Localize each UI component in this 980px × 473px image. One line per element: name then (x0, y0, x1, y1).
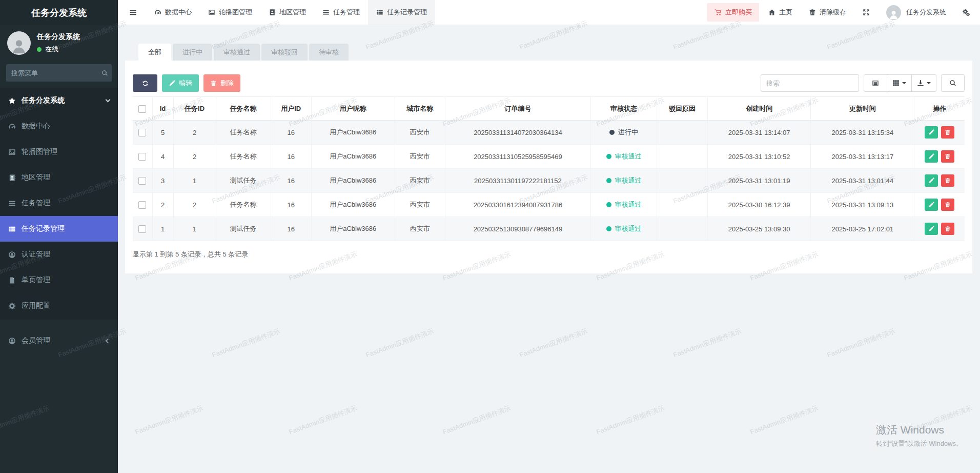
status-dot-icon (606, 178, 611, 183)
row-edit-button[interactable] (925, 150, 938, 163)
status-label: 审核通过 (615, 176, 642, 185)
row-checkbox[interactable] (138, 153, 146, 161)
row-checkbox[interactable] (138, 201, 146, 209)
topnav-item-轮播图管理[interactable]: 轮播图管理 (200, 0, 260, 25)
advanced-search-button[interactable] (941, 74, 965, 92)
tab-审核驳回[interactable]: 审核驳回 (261, 44, 308, 61)
sidebar-search (6, 64, 112, 82)
sidebar-item-认证管理[interactable]: 认证管理 (0, 242, 118, 267)
row-select-cell (133, 193, 152, 217)
column-header-用户昵称[interactable]: 用户昵称 (311, 97, 395, 121)
sidebar-item-地区管理[interactable]: 地区管理 (0, 165, 118, 190)
sidebar-item-轮播图管理[interactable]: 轮播图管理 (0, 139, 118, 165)
column-header-Id[interactable]: Id (152, 97, 173, 121)
row-actions-cell (914, 145, 965, 169)
topnav-item-地区管理[interactable]: 地区管理 (260, 0, 314, 25)
topnav-item-任务管理[interactable]: 任务管理 (314, 0, 368, 25)
sidebar-item-任务管理[interactable]: 任务管理 (0, 190, 118, 216)
fullscreen-button[interactable] (854, 0, 878, 25)
buy-now-button[interactable]: 立即购买 (707, 3, 759, 22)
row-edit-button[interactable] (925, 223, 938, 235)
column-header-审核状态[interactable]: 审核状态 (591, 97, 657, 121)
topnav-item-任务记录管理[interactable]: 任务记录管理 (368, 0, 435, 25)
sidebar-item-任务记录管理[interactable]: 任务记录管理 (0, 216, 118, 242)
table-row[interactable]: 22任务名称16用户aCbiw3686西安市202503301612394087… (133, 193, 965, 217)
refresh-button[interactable] (133, 74, 157, 92)
settings-button[interactable] (954, 0, 980, 25)
cell-task_id: 2 (173, 193, 216, 217)
sidebar-item-应用配置[interactable]: 应用配置 (0, 293, 118, 319)
cell-task_id: 1 (173, 169, 216, 193)
row-delete-button[interactable] (941, 174, 954, 187)
column-header-创建时间[interactable]: 创建时间 (708, 97, 811, 121)
status-dot-icon (606, 202, 611, 207)
cell-reject_reason (657, 217, 708, 241)
row-edit-button[interactable] (925, 199, 938, 211)
sidebar-submenu: 数据中心轮播图管理地区管理任务管理任务记录管理认证管理单页管理应用配置 (0, 113, 118, 319)
status-label: 审核通过 (615, 224, 642, 233)
sidebar-user-meta: 任务分发系统 在线 (37, 32, 80, 54)
topnav-item-label: 轮播图管理 (219, 8, 252, 17)
column-header-用户ID[interactable]: 用户ID (271, 97, 311, 121)
table-row[interactable]: 52任务名称16用户aCbiw3686西安市202503311314072030… (133, 121, 965, 145)
chevron-down-icon (106, 97, 111, 102)
tab-进行中[interactable]: 进行中 (173, 44, 212, 61)
row-checkbox[interactable] (138, 177, 146, 185)
cell-nickname: 用户aCbiw3686 (311, 145, 395, 169)
row-edit-button[interactable] (925, 174, 938, 187)
tab-全部[interactable]: 全部 (138, 44, 171, 61)
sidebar-toggle-button[interactable] (118, 0, 146, 25)
row-checkbox[interactable] (138, 225, 146, 233)
delete-button[interactable]: 删除 (203, 74, 240, 92)
topnav-item-label: 数据中心 (165, 8, 192, 17)
columns-button[interactable] (887, 74, 912, 92)
cell-updated: 2025-03-31 13:15:34 (811, 121, 914, 145)
user-menu[interactable]: 任务分发系统 (878, 0, 954, 25)
toolbar-right (761, 74, 965, 92)
sidebar-item-数据中心[interactable]: 数据中心 (0, 113, 118, 139)
column-header-城市名称[interactable]: 城市名称 (395, 97, 445, 121)
row-checkbox[interactable] (138, 129, 146, 136)
select-all-checkbox[interactable] (138, 105, 146, 113)
row-delete-button[interactable] (941, 199, 954, 211)
column-header-订单编号[interactable]: 订单编号 (445, 97, 590, 121)
column-header-任务名称[interactable]: 任务名称 (216, 97, 271, 121)
image-icon (208, 9, 215, 16)
sidebar-search-input[interactable] (11, 69, 101, 77)
sidebar-item-root[interactable]: 任务分发系统 (0, 88, 118, 113)
column-header-更新时间[interactable]: 更新时间 (811, 97, 914, 121)
caret-down-icon (902, 82, 906, 84)
table-row[interactable]: 42任务名称16用户aCbiw3686西安市202503311310525958… (133, 145, 965, 169)
table-search-input[interactable] (761, 74, 859, 92)
table-row[interactable]: 31测试任务16用户aCbiw3686西安市202503311301197222… (133, 169, 965, 193)
sidebar-item-单页管理[interactable]: 单页管理 (0, 267, 118, 293)
sidebar-item-label: 地区管理 (22, 173, 50, 182)
export-button[interactable] (912, 74, 936, 92)
column-header-任务ID[interactable]: 任务ID (173, 97, 216, 121)
row-edit-button[interactable] (925, 126, 938, 139)
home-icon (768, 9, 775, 16)
topnav-item-数据中心[interactable]: 数据中心 (146, 0, 200, 25)
row-delete-button[interactable] (941, 223, 954, 235)
clear-cache-button[interactable]: 清除缓存 (801, 0, 854, 25)
sidebar-item-label: 任务管理 (22, 199, 50, 208)
status-badge: 进行中 (609, 128, 638, 137)
cell-status: 审核通过 (591, 217, 657, 241)
sidebar-item-label: 认证管理 (22, 250, 50, 259)
cell-status: 审核通过 (591, 169, 657, 193)
search-icon[interactable] (101, 70, 108, 76)
row-delete-button[interactable] (941, 150, 954, 163)
row-delete-button[interactable] (941, 126, 954, 139)
refresh-icon (142, 80, 149, 87)
sidebar-item-会员管理[interactable]: 会员管理 (0, 328, 118, 353)
toggle-view-button[interactable] (864, 74, 887, 92)
caret-down-icon (927, 82, 931, 84)
home-button[interactable]: 主页 (760, 0, 801, 25)
column-header-操作[interactable]: 操作 (914, 97, 965, 121)
column-header-驳回原因[interactable]: 驳回原因 (657, 97, 708, 121)
tab-待审核[interactable]: 待审核 (309, 44, 349, 61)
edit-button[interactable]: 编辑 (162, 74, 199, 92)
cell-reject_reason (657, 193, 708, 217)
tab-审核通过[interactable]: 审核通过 (214, 44, 260, 61)
table-row[interactable]: 11测试任务16用户aCbiw3686西安市202503251309308779… (133, 217, 965, 241)
